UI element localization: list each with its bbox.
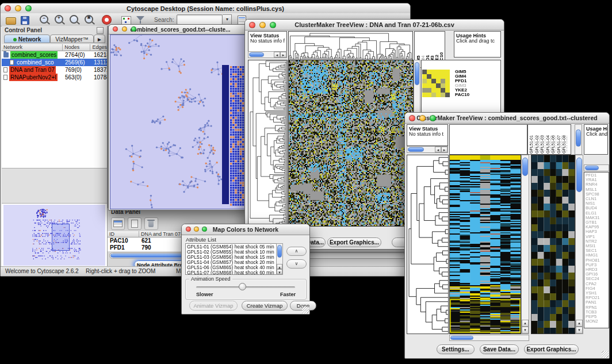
tv2-gene-label[interactable]: SPC98: [586, 192, 609, 197]
tv2-gene-label[interactable]: MSI1: [586, 244, 609, 248]
tv2-column-label[interactable]: GPL51-06 (GSM865): [550, 125, 556, 154]
tv1-gene-label[interactable]: YKE2: [455, 88, 484, 93]
help-lifering-icon[interactable]: [102, 15, 113, 25]
tv2-gene-label[interactable]: PUF3: [586, 263, 609, 267]
attribute-list-item[interactable]: GPL51-07 (GSM868) heat shock 60 min: [186, 270, 282, 275]
tv2-gene-label[interactable]: GPI16: [586, 272, 609, 277]
new-attribute-icon[interactable]: [128, 217, 141, 230]
tv1-status-hscrollbar[interactable]: ◂ ▸: [248, 51, 287, 58]
tv2-zoom-heatmap[interactable]: [531, 155, 575, 334]
minimize-button[interactable]: [419, 115, 426, 121]
tv2-column-label[interactable]: GPL51-03 (GSM856): [540, 125, 545, 154]
tv1-gene-label[interactable]: PAC10: [455, 93, 484, 97]
animate-vizmap-button[interactable]: Animate Vizmap: [189, 301, 238, 311]
minimize-button[interactable]: [15, 5, 21, 12]
zoom-window-button[interactable]: [202, 227, 207, 232]
zoom-window-button[interactable]: [430, 115, 436, 121]
tv2-column-label[interactable]: GPL51-04 (GSM857): [545, 125, 551, 154]
tv2-gene-label[interactable]: ELG1: [586, 211, 609, 216]
zoom-window-button[interactable]: [270, 22, 276, 28]
tv2-gene-label[interactable]: HAP3: [586, 229, 609, 234]
zoom-selected-icon[interactable]: ▣: [85, 15, 95, 25]
move-down-button[interactable]: ∨: [286, 259, 307, 269]
tv2-column-label[interactable]: GPL51-08 (GSM872): [561, 125, 567, 154]
close-button[interactable]: [409, 115, 415, 121]
treeview1-titlebar[interactable]: ClusterMaker TreeView : DNA and Tran 07-…: [245, 20, 504, 30]
tv2-gene-label[interactable]: HMG1: [586, 253, 609, 258]
zoom-window-button[interactable]: [131, 26, 136, 32]
dialog-titlebar[interactable]: Map Colors to Network: [182, 224, 309, 235]
tv2-save-data-button[interactable]: Save Data...: [480, 344, 519, 354]
tv2-gene-label[interactable]: TCB3: [586, 310, 609, 315]
resize-grip[interactable]: [302, 306, 309, 313]
tv1-column-dendrogram[interactable]: [288, 31, 413, 60]
tv2-gene-label[interactable]: HRD3: [586, 267, 609, 272]
search-input[interactable]: [177, 14, 223, 25]
resize-grip[interactable]: [602, 351, 609, 358]
tv2-gene-label[interactable]: SEC24: [586, 277, 609, 281]
tv2-heatmap[interactable]: [449, 155, 521, 334]
save-icon[interactable]: [21, 15, 32, 25]
tv1-gene-label[interactable]: GIM5: [455, 70, 484, 74]
tv2-gene-label[interactable]: SEC1: [586, 248, 609, 253]
tv1-zoom-heatmap[interactable]: [422, 70, 450, 97]
tv2-gene-label[interactable]: YRA1: [586, 178, 609, 182]
tv2-column-label[interactable]: GPL51-01 (GSM854): [529, 125, 534, 154]
data-col-id[interactable]: ID: [108, 231, 139, 237]
tab-overflow-arrow[interactable]: ►: [94, 35, 105, 43]
minimize-button[interactable]: [122, 26, 127, 32]
tv1-gene-label[interactable]: GIM4: [455, 74, 484, 79]
main-titlebar[interactable]: Cytoscape Desktop (Session Name: collins…: [1, 3, 410, 14]
tv2-gene-label[interactable]: PHO81: [586, 258, 609, 263]
search-dropdown-icon[interactable]: ▼: [223, 14, 232, 25]
tv1-gene-label[interactable]: GIM3: [455, 83, 484, 88]
tv2-gene-label[interactable]: MAK31: [586, 216, 609, 220]
network-view-titlebar[interactable]: combined_scores_good.txt--cluste...: [109, 25, 252, 35]
tv2-heatmap-vscrollbar[interactable]: ▴ ▾: [521, 155, 529, 334]
zoom-out-icon[interactable]: –: [40, 15, 51, 25]
treeview2-titlebar[interactable]: ClusterMaker TreeView : combined_scores_…: [405, 113, 609, 124]
network-tree-row[interactable]: combined_scores 2764(0) 16218(0): [2, 51, 107, 59]
tv1-heatmap[interactable]: [288, 60, 414, 227]
move-up-button[interactable]: ∧: [286, 247, 307, 256]
tv2-gene-label[interactable]: BUD4: [586, 206, 609, 210]
tv2-gene-label[interactable]: RNR4: [586, 182, 609, 187]
tv1-export-graphics-button[interactable]: Export Graphics...: [327, 237, 381, 247]
tv2-gene-label[interactable]: RPN1: [586, 305, 609, 310]
close-button[interactable]: [186, 227, 191, 232]
filter-icon[interactable]: [136, 15, 147, 25]
zoom-window-button[interactable]: [25, 5, 32, 12]
tv2-genes-hscrollbar[interactable]: [584, 164, 609, 171]
tv2-gene-label[interactable]: NTR2: [586, 239, 609, 244]
tab-vizmapper[interactable]: VizMapper™: [50, 35, 94, 43]
col-header-network[interactable]: Network: [2, 44, 63, 51]
tv1-gene-label[interactable]: PFD1: [455, 79, 484, 83]
close-button[interactable]: [113, 26, 118, 32]
tv2-labels-vscrollbar[interactable]: [575, 124, 582, 155]
tv2-export-graphics-button[interactable]: Export Graphics...: [524, 344, 579, 354]
tv2-gene-label[interactable]: CLN1: [586, 197, 609, 201]
network-canvas[interactable]: [110, 35, 251, 209]
tv2-column-label[interactable]: GPL51-02 (GSM855): [534, 125, 540, 154]
minimize-button[interactable]: [194, 227, 199, 232]
create-vizmap-button[interactable]: Create Vizmap: [242, 301, 288, 311]
tv2-gene-label[interactable]: CPA2: [586, 282, 609, 286]
zoom-in-icon[interactable]: +: [55, 15, 66, 25]
network-tree-row[interactable]: RNAPuberNov2+I 563(0) 107847(0): [2, 74, 107, 81]
delete-attribute-trash-icon[interactable]: [144, 217, 158, 230]
col-header-nodes[interactable]: Nodes: [63, 44, 90, 51]
attribute-select-icon[interactable]: [111, 217, 125, 230]
attribute-listbox[interactable]: GPL51-01 (GSM854) heat shock 05 minGPL51…: [185, 243, 283, 275]
attribute-list-vscrollbar[interactable]: ▴ ▾: [276, 243, 283, 275]
network-tree-row[interactable]: DNA and Tran 07 769(0) 183728(0): [2, 66, 107, 74]
tv2-bottom-hscrollbar[interactable]: [449, 335, 529, 341]
tv2-gene-label[interactable]: PAN1: [586, 300, 609, 305]
tv2-gene-label[interactable]: MON2: [586, 319, 609, 324]
tv2-gene-label[interactable]: KAP95: [586, 225, 609, 229]
tv2-row-dendrogram[interactable]: [407, 155, 449, 334]
tv2-gene-label[interactable]: FIG4: [586, 286, 609, 291]
birdseye-view[interactable]: [3, 205, 105, 266]
tv2-gene-label[interactable]: NIS1: [586, 201, 609, 206]
tv2-gene-label[interactable]: GTB1: [586, 220, 609, 225]
tv2-gene-label[interactable]: VIP1: [586, 235, 609, 239]
